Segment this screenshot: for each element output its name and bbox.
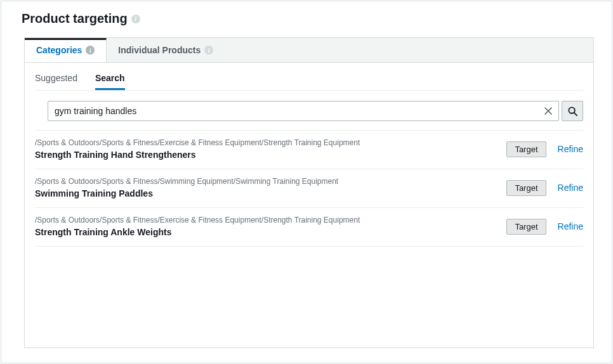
page-title: Product targeting i	[22, 11, 597, 26]
results-list: /Sports & Outdoors/Sports & Fitness/Exer…	[25, 130, 593, 247]
search-icon	[568, 107, 577, 116]
result-name: Swimming Training Paddles	[35, 188, 506, 198]
refine-link[interactable]: Refine	[558, 221, 583, 231]
result-info: /Sports & Outdoors/Sports & Fitness/Swim…	[35, 177, 506, 198]
sub-tabs: Suggested Search	[25, 63, 593, 90]
subtab-search[interactable]: Search	[95, 69, 125, 90]
refine-link[interactable]: Refine	[558, 183, 583, 193]
result-path: /Sports & Outdoors/Sports & Fitness/Exer…	[35, 138, 506, 147]
subtab-suggested[interactable]: Suggested	[35, 69, 77, 90]
info-icon[interactable]: i	[86, 46, 95, 55]
info-icon[interactable]: i	[131, 15, 140, 23]
result-path: /Sports & Outdoors/Sports & Fitness/Exer…	[35, 216, 506, 224]
search-button[interactable]	[562, 101, 583, 121]
main-tabs: Categories i Individual Products i	[25, 38, 593, 63]
subtab-suggested-label: Suggested	[35, 73, 77, 83]
content-box: Categories i Individual Products i Sugge…	[24, 37, 594, 348]
result-name: Strength Training Ankle Weights	[35, 227, 506, 237]
result-row: /Sports & Outdoors/Sports & Fitness/Swim…	[35, 169, 583, 207]
search-row	[25, 91, 593, 130]
target-button[interactable]: Target	[506, 180, 546, 196]
search-input[interactable]	[48, 101, 538, 120]
target-button[interactable]: Target	[506, 219, 546, 235]
clear-icon[interactable]	[538, 107, 558, 115]
tab-categories-label: Categories	[36, 45, 82, 55]
page-title-text: Product targeting	[22, 11, 128, 26]
close-icon	[544, 107, 552, 115]
tab-individual-label: Individual Products	[118, 45, 201, 55]
target-button[interactable]: Target	[506, 141, 546, 157]
tab-categories[interactable]: Categories i	[25, 38, 107, 62]
result-path: /Sports & Outdoors/Sports & Fitness/Swim…	[35, 177, 506, 186]
subtab-search-label: Search	[95, 73, 125, 83]
result-info: /Sports & Outdoors/Sports & Fitness/Exer…	[35, 216, 506, 237]
svg-line-1	[574, 112, 576, 115]
product-targeting-panel: Product targeting i Categories i Individ…	[1, 1, 612, 363]
result-row: /Sports & Outdoors/Sports & Fitness/Exer…	[35, 207, 583, 247]
result-row: /Sports & Outdoors/Sports & Fitness/Exer…	[35, 130, 583, 169]
panel-header: Product targeting i	[1, 1, 612, 32]
result-info: /Sports & Outdoors/Sports & Fitness/Exer…	[35, 138, 506, 160]
result-name: Strength Training Hand Strengtheners	[35, 150, 506, 160]
search-input-wrap	[48, 101, 559, 121]
tab-individual-products[interactable]: Individual Products i	[107, 38, 225, 62]
refine-link[interactable]: Refine	[558, 144, 583, 154]
info-icon[interactable]: i	[204, 46, 213, 55]
